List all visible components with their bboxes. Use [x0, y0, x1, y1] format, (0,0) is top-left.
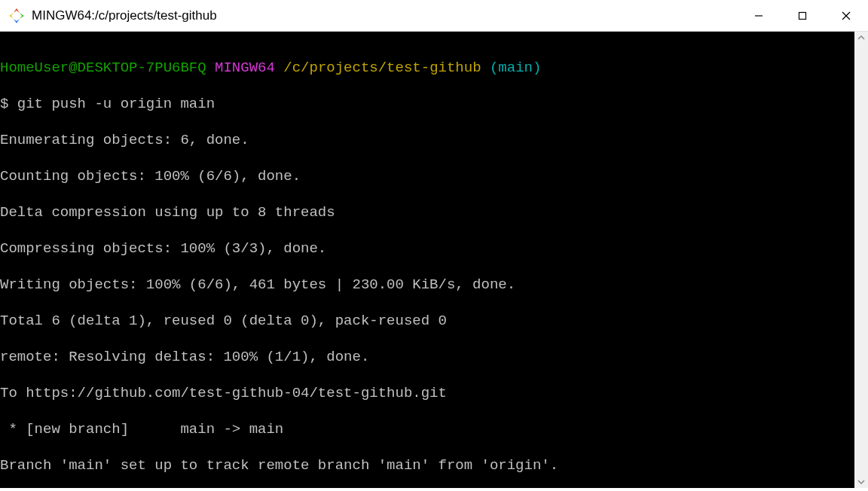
svg-rect-5: [799, 12, 806, 19]
output-line: Total 6 (delta 1), reused 0 (delta 0), p…: [0, 312, 865, 330]
output-line: Delta compression using up to 8 threads: [0, 203, 865, 221]
command-line: $ git push -u origin main: [0, 95, 865, 113]
minimize-button[interactable]: [737, 0, 781, 31]
close-button[interactable]: [824, 0, 868, 31]
output-line: Writing objects: 100% (6/6), 461 bytes |…: [0, 276, 865, 294]
output-line: Branch 'main' set up to track remote bra…: [0, 456, 865, 474]
output-line: remote: Resolving deltas: 100% (1/1), do…: [0, 348, 865, 366]
window-title: MINGW64:/c/projects/test-github: [32, 8, 737, 23]
prompt-line: HomeUser@DESKTOP-7PU6BFQ MINGW64 /c/proj…: [0, 59, 865, 77]
window-titlebar: MINGW64:/c/projects/test-github: [0, 0, 868, 32]
maximize-icon: [798, 11, 807, 20]
chevron-up-icon: [857, 35, 865, 40]
prompt-userhost: HomeUser@DESKTOP-7PU6BFQ: [0, 59, 206, 76]
svg-marker-0: [14, 8, 20, 13]
scroll-up-button[interactable]: [855, 32, 867, 44]
svg-marker-3: [9, 13, 14, 19]
svg-marker-2: [14, 19, 20, 23]
output-line: Enumerating objects: 6, done.: [0, 131, 865, 149]
prompt-env: MINGW64: [215, 59, 275, 76]
close-icon: [841, 11, 851, 21]
terminal-area[interactable]: HomeUser@DESKTOP-7PU6BFQ MINGW64 /c/proj…: [0, 32, 865, 488]
app-icon: [9, 8, 24, 23]
output-line: Counting objects: 100% (6/6), done.: [0, 167, 865, 185]
prompt-path: /c/projects/test-github: [283, 59, 481, 76]
window-controls: [737, 0, 868, 31]
prompt-branch: (main): [490, 59, 541, 76]
minimize-icon: [754, 11, 763, 20]
output-line: To https://github.com/test-github-04/tes…: [0, 384, 865, 402]
output-line: Compressing objects: 100% (3/3), done.: [0, 239, 865, 258]
scrollbar[interactable]: [854, 32, 868, 488]
chevron-down-icon: [857, 480, 865, 484]
scroll-down-button[interactable]: [855, 476, 867, 488]
maximize-button[interactable]: [781, 0, 824, 31]
svg-marker-1: [20, 13, 24, 19]
output-line: * [new branch] main -> main: [0, 420, 865, 438]
